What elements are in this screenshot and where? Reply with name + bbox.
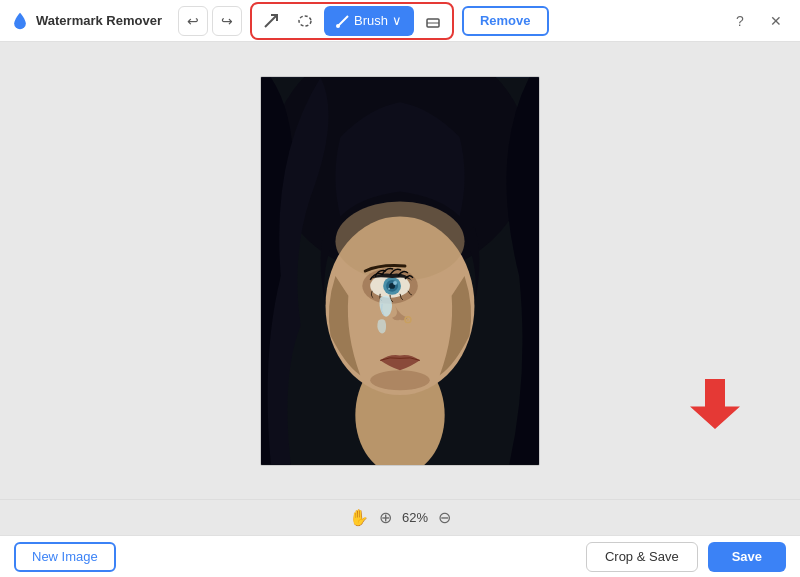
title-bar-right: ? ✕ <box>726 7 790 35</box>
save-button[interactable]: Save <box>708 542 786 572</box>
lasso-tool-icon <box>297 13 313 29</box>
svg-point-15 <box>393 280 397 284</box>
eraser-tool-button[interactable] <box>418 6 448 36</box>
tool-group-outlined: Brush ∨ <box>250 2 454 40</box>
arrow-indicator <box>690 379 740 429</box>
eraser-tool-icon <box>425 13 441 29</box>
brush-label: Brush <box>354 13 388 28</box>
app-title: Watermark Remover <box>36 13 162 28</box>
title-bar: Watermark Remover ↩ ↪ <box>0 0 800 42</box>
brush-dropdown-icon: ∨ <box>392 13 402 28</box>
svg-point-2 <box>336 24 340 28</box>
image-canvas <box>260 76 540 466</box>
svg-point-16 <box>388 287 390 289</box>
arrow-tool-button[interactable] <box>256 6 286 36</box>
undo-button[interactable]: ↩ <box>178 6 208 36</box>
arrow-down-icon <box>690 379 740 429</box>
pan-tool-icon[interactable]: ✋ <box>349 508 369 527</box>
zoom-in-icon[interactable]: ⊕ <box>379 508 392 527</box>
new-image-button[interactable]: New Image <box>14 542 116 572</box>
brush-icon <box>336 14 350 28</box>
svg-point-1 <box>299 16 311 26</box>
arrow-tool-icon <box>263 13 279 29</box>
portrait-image <box>261 77 539 465</box>
redo-button[interactable]: ↪ <box>212 6 242 36</box>
close-button[interactable]: ✕ <box>762 7 790 35</box>
main-canvas-area <box>0 42 800 499</box>
zoom-bar: ✋ ⊕ 62% ⊖ <box>0 499 800 535</box>
svg-point-18 <box>407 318 409 320</box>
zoom-out-icon[interactable]: ⊖ <box>438 508 451 527</box>
main-toolbar: ↩ ↪ Brush ∨ <box>178 2 726 40</box>
crop-save-button[interactable]: Crop & Save <box>586 542 698 572</box>
logo-icon <box>10 11 30 31</box>
bottom-bar: New Image Crop & Save Save <box>0 535 800 577</box>
help-button[interactable]: ? <box>726 7 754 35</box>
remove-button[interactable]: Remove <box>462 6 549 36</box>
app-logo: Watermark Remover <box>10 11 162 31</box>
svg-point-19 <box>370 370 430 390</box>
svg-line-0 <box>265 15 277 27</box>
lasso-tool-button[interactable] <box>290 6 320 36</box>
zoom-value: 62% <box>402 510 428 525</box>
bottom-right-buttons: Crop & Save Save <box>586 542 786 572</box>
brush-tool-button[interactable]: Brush ∨ <box>324 6 414 36</box>
